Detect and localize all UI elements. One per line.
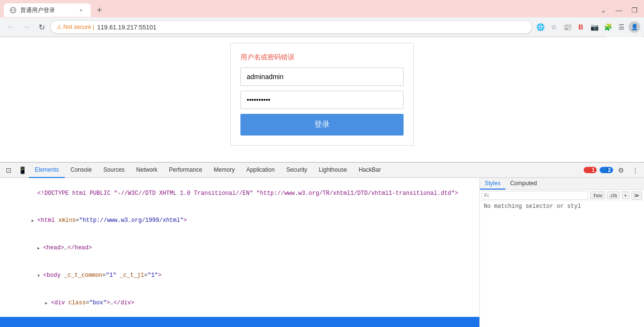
settings-icon: ⚙ xyxy=(618,166,624,174)
window-dropdown-button[interactable]: ⌄ xyxy=(598,4,609,16)
devtools-more-button[interactable]: ⋮ xyxy=(629,164,642,177)
tab-console[interactable]: Console xyxy=(65,163,98,178)
window-maximize-button[interactable]: ❐ xyxy=(629,4,640,16)
window-minimize-button[interactable]: — xyxy=(613,4,625,16)
styles-tab-label: Styles xyxy=(485,180,501,187)
tab-performance-label: Performance xyxy=(169,166,202,173)
tab-memory-label: Memory xyxy=(214,166,235,173)
tab-security[interactable]: Security xyxy=(280,163,313,178)
ublock-button[interactable]: B xyxy=(574,21,587,33)
tab-lighthouse[interactable]: Lighthouse xyxy=(313,163,353,178)
browser-chrome: 普通用户登录 × + ⌄ — ❐ ← → ↻ ⚠ Not secure | 1 xyxy=(0,0,644,37)
forward-button[interactable]: → xyxy=(19,20,33,34)
triangle-body[interactable] xyxy=(38,271,43,280)
profile-button[interactable]: 👤 xyxy=(629,21,640,33)
triangle-head[interactable] xyxy=(38,244,43,253)
html-tree-panel: <!DOCTYPE html PUBLIC "-//W3C//DTD XHTML… xyxy=(0,178,480,327)
login-form: 用户名或密码错误 登录 xyxy=(230,43,414,146)
reload-button[interactable]: ↻ xyxy=(35,20,48,34)
bookmark-button[interactable]: ☆ xyxy=(547,21,560,33)
camera-icon: 📷 xyxy=(590,23,599,31)
extension-button[interactable]: 🧩 xyxy=(602,21,614,33)
tab-close-button[interactable]: × xyxy=(77,6,85,14)
html-line-head[interactable]: <head>…</head> xyxy=(0,234,479,262)
hov-button[interactable]: :hov xyxy=(590,191,605,199)
cls-button[interactable]: .cls xyxy=(607,191,620,199)
tab-title: 普通用户登录 xyxy=(20,6,73,14)
back-icon: ← xyxy=(7,23,14,31)
screenshot-button[interactable]: 📷 xyxy=(588,21,601,33)
element-picker-button[interactable]: ⊡ xyxy=(2,164,15,177)
active-tab[interactable]: 普通用户登录 × xyxy=(4,3,91,17)
styles-tabs: Styles Computed xyxy=(480,178,644,190)
devtools-body: <!DOCTYPE html PUBLIC "-//W3C//DTD XHTML… xyxy=(0,178,644,327)
html-line-doctype[interactable]: <!DOCTYPE html PUBLIC "-//W3C//DTD XHTML… xyxy=(0,180,479,207)
device-toggle-button[interactable]: 📱 xyxy=(15,164,29,177)
tab-network[interactable]: Network xyxy=(130,163,163,178)
security-indicator: ⚠ Not secure | xyxy=(56,24,94,30)
tab-area: 普通用户登录 × + xyxy=(4,3,594,17)
triangle-div-box[interactable] xyxy=(45,299,51,308)
error-message: 用户名或密码错误 xyxy=(240,53,404,62)
tab-favicon xyxy=(10,7,16,14)
tab-sources-label: Sources xyxy=(103,166,125,173)
address-bar[interactable]: ⚠ Not secure | 119.61.19.217:55101 xyxy=(50,20,532,34)
device-toggle-icon: 📱 xyxy=(18,166,27,174)
computed-tab-label: Computed xyxy=(510,180,537,187)
password-input[interactable] xyxy=(240,91,404,109)
translate-icon: 🌐 xyxy=(536,23,545,31)
devtools-tab-end: 🚫 1 🟦 2 ⚙ ⋮ xyxy=(582,164,642,177)
tab-memory[interactable]: Memory xyxy=(208,163,240,178)
tab-application-label: Application xyxy=(246,166,275,173)
devtools-tabs: Elements Console Sources Network Perform… xyxy=(29,163,582,178)
styles-tab-styles[interactable]: Styles xyxy=(480,178,505,190)
sidebar-icon: ☰ xyxy=(618,23,625,31)
tab-hackbar[interactable]: HackBar xyxy=(353,163,387,178)
translate-button[interactable]: 🌐 xyxy=(534,21,546,33)
triangle-doctype xyxy=(32,189,38,198)
styles-filter-input[interactable] xyxy=(482,191,588,200)
styles-content: No matching selector or styl xyxy=(480,201,644,327)
username-input[interactable] xyxy=(240,68,404,86)
reading-list-button[interactable]: 📰 xyxy=(561,21,574,33)
not-secure-label: Not secure xyxy=(63,24,91,30)
styles-tab-computed[interactable]: Computed xyxy=(505,178,542,190)
warning-badge: 🟦 2 xyxy=(600,167,613,173)
triangle-html[interactable] xyxy=(32,216,38,225)
toolbar-actions: 🌐 ☆ 📰 B 📷 🧩 ☰ 👤 xyxy=(534,21,640,33)
tab-elements[interactable]: Elements xyxy=(29,163,65,178)
new-tab-button[interactable]: + xyxy=(93,3,106,17)
profile-icon: 👤 xyxy=(631,24,638,30)
html-line-body[interactable]: <body _c_t_common="1" _c_t_j1="1"> xyxy=(0,262,479,289)
tab-sources[interactable]: Sources xyxy=(98,163,130,178)
forward-icon: → xyxy=(22,23,30,31)
no-match-text: No matching selector or styl xyxy=(484,203,581,210)
extension-icon: 🧩 xyxy=(604,23,612,31)
tab-elements-label: Elements xyxy=(35,166,59,173)
tab-hackbar-label: HackBar xyxy=(359,166,381,173)
window-controls: ⌄ — ❐ xyxy=(598,4,640,16)
tab-network-label: Network xyxy=(136,166,157,173)
more-icon: ⋮ xyxy=(632,166,639,174)
ublock-icon: B xyxy=(578,23,583,31)
tab-performance[interactable]: Performance xyxy=(163,163,208,178)
back-button[interactable]: ← xyxy=(4,20,17,34)
tab-lighthouse-label: Lighthouse xyxy=(319,166,347,173)
devtools-settings-button[interactable]: ⚙ xyxy=(614,164,628,177)
tab-application[interactable]: Application xyxy=(240,163,280,178)
expand-styles-button[interactable]: ≫ xyxy=(631,191,642,200)
address-bar-row: ← → ↻ ⚠ Not secure | 119.61.19.217:55101… xyxy=(0,17,644,37)
html-line-html[interactable]: <html xmlns="http://www.w3.org/1999/xhtm… xyxy=(0,207,479,234)
devtools-panel: ⊡ 📱 Elements Console Sources Network Per… xyxy=(0,162,644,327)
title-bar: 普通用户登录 × + ⌄ — ❐ xyxy=(0,0,644,17)
html-line-comment[interactable]: <!--<p>hint: TUhnd2VEQjRiRzluYVc0dWNHaHc… xyxy=(0,317,479,327)
styles-filter-row: :hov .cls + ≫ xyxy=(480,190,644,201)
reading-list-icon: 📰 xyxy=(563,23,572,31)
add-style-button[interactable]: + xyxy=(622,191,630,199)
html-line-div-box[interactable]: <div class="box">…</div> xyxy=(0,289,479,317)
error-badge: 🚫 1 xyxy=(584,167,597,173)
login-button[interactable]: 登录 xyxy=(240,114,404,136)
styles-panel: Styles Computed :hov .cls + ≫ No matchin… xyxy=(480,178,644,327)
reload-icon: ↻ xyxy=(39,23,45,32)
sidebar-toggle-button[interactable]: ☰ xyxy=(615,21,628,33)
